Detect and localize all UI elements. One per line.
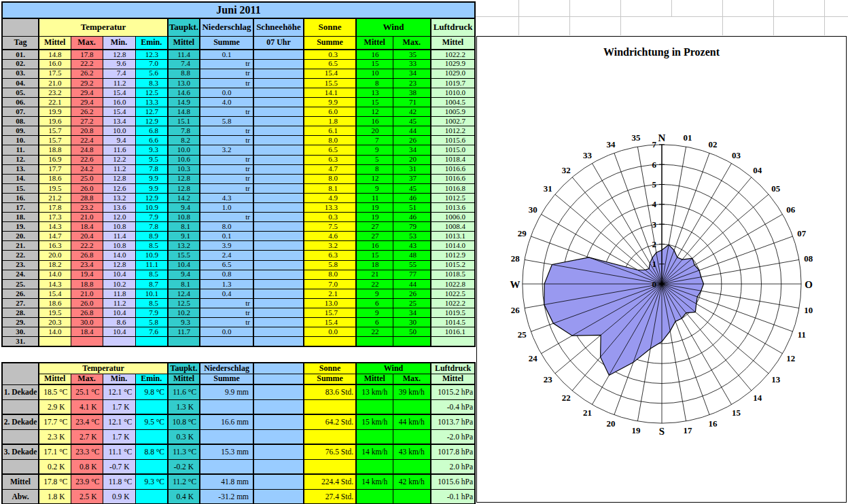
temp-mean-cell[interactable]: 2.9 K xyxy=(39,399,71,414)
temp-mean-cell[interactable]: 17.8 xyxy=(39,203,71,213)
snow-cell[interactable] xyxy=(253,88,304,97)
sun-cell[interactable] xyxy=(304,399,356,414)
dewpoint-cell[interactable]: 9.3 xyxy=(168,318,200,327)
precip-cell[interactable]: 1.0 xyxy=(200,203,253,213)
precip-cell[interactable]: 41.8 mm xyxy=(200,474,253,489)
sun-cell[interactable]: 9.9 xyxy=(304,97,356,107)
snow-cell[interactable] xyxy=(253,117,304,126)
temp-mean-cell[interactable]: 14.0 xyxy=(39,327,71,337)
dewpoint-cell[interactable]: 15.1 xyxy=(168,117,200,126)
temp-mean-cell[interactable]: 16.3 xyxy=(39,241,71,251)
precip-cell[interactable]: tr xyxy=(200,59,253,69)
temp-emin-cell[interactable]: 10.9 xyxy=(135,251,168,260)
pressure-cell[interactable]: 1016.6 xyxy=(431,164,475,174)
temp-max-cell[interactable]: 0.8 K xyxy=(71,459,103,474)
snow-cell[interactable] xyxy=(253,429,304,444)
temp-max-cell[interactable] xyxy=(71,337,103,346)
temp-emin-cell[interactable]: 6.8 xyxy=(135,126,168,136)
temp-mean-cell[interactable]: 21.0 xyxy=(39,78,71,88)
wind-mean-cell[interactable]: 12 xyxy=(356,174,393,183)
precip-cell[interactable]: 3.9 xyxy=(200,241,253,251)
wind-max-cell[interactable]: 25 xyxy=(393,298,431,308)
temp-mean-cell[interactable]: 14.8 xyxy=(39,50,71,59)
day-cell[interactable]: 22. xyxy=(2,251,39,260)
snow-cell[interactable] xyxy=(253,78,304,88)
temp-emin-cell[interactable]: 8.7 xyxy=(135,279,168,289)
day-cell[interactable]: 01. xyxy=(2,50,39,59)
dewpoint-cell[interactable]: 14.6 xyxy=(168,88,200,97)
wind-max-cell[interactable]: 43 xyxy=(393,241,431,251)
temp-emin-cell[interactable] xyxy=(135,489,168,504)
temp-emin-cell[interactable] xyxy=(135,337,168,346)
pressure-cell[interactable] xyxy=(431,337,475,346)
wind-max-cell[interactable]: 48 xyxy=(393,251,431,260)
sun-cell[interactable]: 224.4 Std. xyxy=(304,474,356,489)
wind-mean-cell[interactable]: 5 xyxy=(356,155,393,164)
sun-cell[interactable]: 6.5 xyxy=(304,145,356,155)
sun-cell[interactable]: 13.3 xyxy=(304,203,356,213)
temp-emin-cell[interactable]: 9.9 xyxy=(135,174,168,183)
precip-cell[interactable]: 4.0 xyxy=(200,97,253,107)
precip-cell[interactable]: tr xyxy=(200,107,253,117)
temp-max-cell[interactable]: 29.4 xyxy=(71,97,103,107)
sun-cell[interactable]: 6.3 xyxy=(304,155,356,164)
dewpoint-cell[interactable]: 9.4 xyxy=(168,203,200,213)
dewpoint-cell[interactable]: 11.3 °C xyxy=(168,444,200,459)
pressure-cell[interactable]: 1012.2 xyxy=(431,126,475,136)
temp-mean-cell[interactable]: 21.2 xyxy=(39,193,71,202)
snow-cell[interactable] xyxy=(253,399,304,414)
wind-max-cell[interactable]: 44 xyxy=(393,126,431,136)
temp-emin-cell[interactable]: 7.9 xyxy=(135,213,168,222)
temp-min-cell[interactable]: 12.8 xyxy=(103,260,135,270)
temp-min-cell[interactable]: 7.4 xyxy=(103,69,135,78)
precip-cell[interactable]: 6.5 xyxy=(200,260,253,270)
pressure-cell[interactable]: -2.0 hPa xyxy=(431,429,475,444)
temp-min-cell[interactable]: 10.4 xyxy=(103,327,135,337)
sun-cell[interactable]: 7.5 xyxy=(304,222,356,232)
wind-mean-cell[interactable]: 8 xyxy=(356,78,393,88)
precip-cell[interactable]: 1.3 xyxy=(200,279,253,289)
snow-cell[interactable] xyxy=(253,136,304,145)
temp-min-cell[interactable]: 11.8 xyxy=(103,289,135,298)
day-cell[interactable]: 02. xyxy=(2,59,39,69)
temp-max-cell[interactable]: 22.2 xyxy=(71,241,103,251)
precip-cell[interactable]: tr xyxy=(200,155,253,164)
wind-mean-cell[interactable]: 9 xyxy=(356,145,393,155)
wind-mean-cell[interactable]: 27 xyxy=(356,232,393,241)
day-cell[interactable]: 19. xyxy=(2,222,39,232)
temp-max-cell[interactable]: 25.1 °C xyxy=(71,384,103,399)
snow-cell[interactable] xyxy=(253,298,304,308)
sun-cell[interactable]: 3.2 xyxy=(304,241,356,251)
snow-cell[interactable] xyxy=(253,126,304,136)
wind-mean-cell[interactable]: 15 xyxy=(356,251,393,260)
temp-min-cell[interactable]: 10.4 xyxy=(103,308,135,318)
snow-cell[interactable] xyxy=(253,289,304,298)
wind-max-cell[interactable] xyxy=(393,489,431,504)
precip-cell[interactable] xyxy=(200,459,253,474)
dewpoint-cell[interactable]: 12.8 xyxy=(168,183,200,193)
temp-emin-cell[interactable]: 9.9 xyxy=(135,183,168,193)
temp-emin-cell[interactable]: 8.9 xyxy=(135,232,168,241)
temp-max-cell[interactable]: 17.8 xyxy=(71,50,103,59)
dewpoint-cell[interactable]: 14.8 xyxy=(168,107,200,117)
day-cell[interactable]: 24. xyxy=(2,270,39,279)
temp-mean-cell[interactable]: 23.2 xyxy=(39,88,71,97)
pressure-cell[interactable]: 1022.2 xyxy=(431,50,475,59)
snow-cell[interactable] xyxy=(253,279,304,289)
day-cell[interactable]: 27. xyxy=(2,298,39,308)
temp-max-cell[interactable]: 20.8 xyxy=(71,126,103,136)
temp-mean-cell[interactable]: 17.1 °C xyxy=(39,444,71,459)
wind-max-cell[interactable]: 37 xyxy=(393,174,431,183)
sun-cell[interactable]: 8.0 xyxy=(304,174,356,183)
snow-cell[interactable] xyxy=(253,222,304,232)
temp-emin-cell[interactable] xyxy=(135,459,168,474)
pressure-cell[interactable]: 1015.0 xyxy=(431,145,475,155)
day-cell[interactable]: 12. xyxy=(2,155,39,164)
snow-cell[interactable] xyxy=(253,97,304,107)
temp-max-cell[interactable]: 22.4 xyxy=(71,136,103,145)
temp-min-cell[interactable]: 1.7 K xyxy=(103,429,135,444)
wind-max-cell[interactable]: 53 xyxy=(393,232,431,241)
dewpoint-cell[interactable]: 11.7 xyxy=(168,327,200,337)
temp-emin-cell[interactable]: 9.5 xyxy=(135,155,168,164)
precip-cell[interactable]: 3.2 xyxy=(200,145,253,155)
